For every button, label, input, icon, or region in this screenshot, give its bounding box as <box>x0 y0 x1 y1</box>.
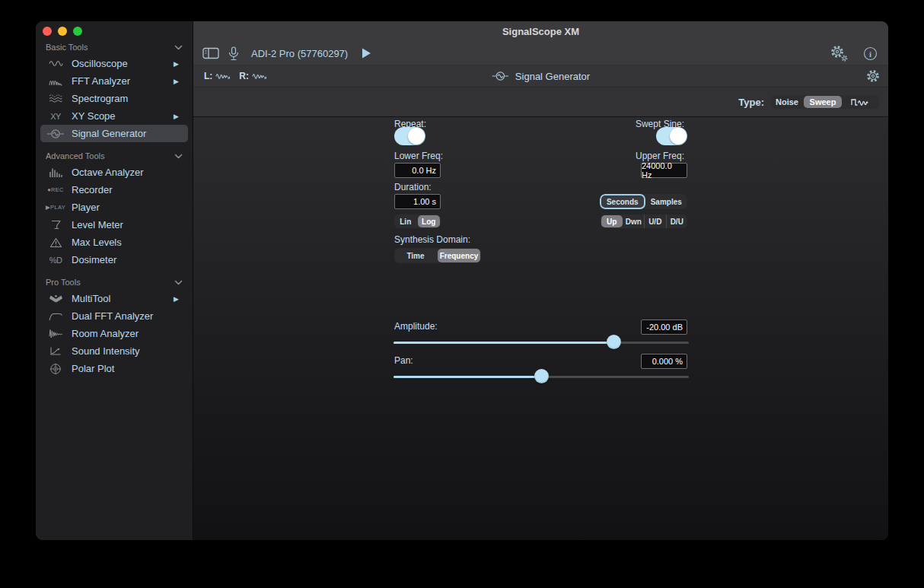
sidebar-item-multitool[interactable]: MultiTool ▶ <box>40 290 188 307</box>
signal-generator-icon <box>45 129 66 139</box>
sidebar-item-sound-intensity[interactable]: Sound Intensity <box>40 342 188 360</box>
sidebar-item-label: Octave Analyzer <box>72 167 183 178</box>
freq-scale-log[interactable]: Log <box>418 215 441 227</box>
duration-input[interactable]: 1.00 s <box>394 194 441 209</box>
room-analyzer-icon <box>45 329 66 338</box>
right-channel-waveform-icon[interactable] <box>252 72 268 81</box>
disclosure-arrow-icon[interactable]: ▶ <box>174 113 183 120</box>
left-channel-label: L: <box>204 71 212 81</box>
amplitude-slider-knob[interactable] <box>607 335 621 349</box>
sidebar-item-recorder[interactable]: ●REC Recorder <box>40 181 188 199</box>
microphone-icon[interactable] <box>228 46 239 61</box>
sidebar-item-label: Player <box>72 202 183 213</box>
pan-input[interactable]: 0.000 % <box>641 354 687 369</box>
sidebar-section-advanced-tools[interactable]: Advanced Tools <box>36 148 193 164</box>
upper-freq-input[interactable]: 24000.0 Hz <box>641 163 687 178</box>
sidebar-item-label: MultiTool <box>72 293 174 304</box>
app-window: Basic Tools Oscilloscope ▶ FFT Analyzer … <box>36 21 888 540</box>
main-toolbar: ADI-2 Pro (57760297) i <box>193 42 888 65</box>
signal-generator-panel: Repeat: Swept Sine: Lower Freq: 0.0 Hz U… <box>193 117 888 540</box>
type-segmented-control: Noise Sweep <box>771 95 879 109</box>
direction-down[interactable]: Dwn <box>623 215 645 228</box>
type-toolbar: Type: Noise Sweep <box>193 87 888 117</box>
sidebar-item-room-analyzer[interactable]: Room Analyzer <box>40 325 188 342</box>
amplitude-input[interactable]: -20.00 dB <box>641 319 687 335</box>
duration-label: Duration: <box>394 182 432 192</box>
synthesis-time[interactable]: Time <box>394 248 437 263</box>
square-sine-wave-icon[interactable] <box>843 95 879 109</box>
toggle-knob <box>670 128 687 145</box>
channel-toolbar: L: R: Signal Generator <box>193 65 888 87</box>
sidebar-item-player[interactable]: ▶PLAY Player <box>40 199 188 216</box>
sidebar-item-signal-generator[interactable]: Signal Generator <box>40 125 188 142</box>
amplitude-slider[interactable] <box>393 335 689 350</box>
repeat-toggle[interactable] <box>394 127 425 145</box>
close-window-button[interactable] <box>43 27 52 36</box>
minimize-window-button[interactable] <box>58 27 67 36</box>
main-area: SignalScope XM ADI-2 Pro (57760297) <box>193 21 888 540</box>
audio-device-selector[interactable]: ADI-2 Pro (57760297) <box>251 48 348 59</box>
sidebar-item-label: Max Levels <box>72 237 183 248</box>
sidebar-item-spectrogram[interactable]: Spectrogram <box>40 90 188 107</box>
synthesis-frequency[interactable]: Frequency <box>438 249 480 262</box>
info-icon[interactable]: i <box>863 46 878 61</box>
right-channel-label: R: <box>239 71 249 81</box>
type-option-noise[interactable]: Noise <box>771 95 803 109</box>
section-header-label: Basic Tools <box>46 43 88 52</box>
warning-triangle-icon <box>45 237 66 248</box>
fft-icon <box>45 76 66 86</box>
slider-fill <box>393 342 614 344</box>
play-button[interactable] <box>360 47 372 59</box>
pan-slider[interactable] <box>393 369 689 384</box>
level-meter-icon <box>45 220 66 230</box>
chevron-down-icon[interactable] <box>174 45 183 50</box>
disclosure-arrow-icon[interactable]: ▶ <box>174 78 183 85</box>
freq-scale-lin[interactable]: Lin <box>394 215 417 228</box>
sidebar-item-oscilloscope[interactable]: Oscilloscope ▶ <box>40 55 188 72</box>
sidebar-item-polar-plot[interactable]: Polar Plot <box>40 360 188 377</box>
section-header-label: Pro Tools <box>46 278 81 287</box>
window-controls <box>43 27 82 36</box>
direction-down-up[interactable]: D/U <box>666 215 688 228</box>
tool-settings-gear-icon[interactable] <box>865 68 881 84</box>
sidebar-item-xy-scope[interactable]: XY XY Scope ▶ <box>40 107 188 125</box>
sidebar-section-basic-tools[interactable]: Basic Tools <box>36 40 193 55</box>
dual-fft-icon <box>45 312 66 321</box>
sidebar-item-fft-analyzer[interactable]: FFT Analyzer ▶ <box>40 72 188 90</box>
sidebar-section-pro-tools[interactable]: Pro Tools <box>36 275 193 290</box>
sidebar-item-label: Recorder <box>72 184 183 195</box>
direction-up-down[interactable]: U/D <box>644 215 666 228</box>
lower-freq-label: Lower Freq: <box>394 151 443 161</box>
sidebar-item-dual-fft-analyzer[interactable]: Dual FFT Analyzer <box>40 307 188 325</box>
sidebar-item-max-levels[interactable]: Max Levels <box>40 234 188 251</box>
sidebar-toggle-icon[interactable] <box>202 47 219 59</box>
pan-slider-knob[interactable] <box>534 369 549 383</box>
duration-unit-segmented-control: Seconds Samples <box>600 194 687 209</box>
disclosure-arrow-icon[interactable]: ▶ <box>174 60 183 68</box>
tool-title: Signal Generator <box>515 71 590 82</box>
xy-icon: XY <box>45 112 66 121</box>
lower-freq-input[interactable]: 0.0 Hz <box>394 163 441 178</box>
duration-unit-seconds[interactable]: Seconds <box>600 194 645 209</box>
type-option-sweep[interactable]: Sweep <box>804 96 842 108</box>
sidebar-item-octave-analyzer[interactable]: Octave Analyzer <box>40 164 188 181</box>
zoom-window-button[interactable] <box>73 27 82 36</box>
chevron-down-icon[interactable] <box>174 154 183 159</box>
duration-unit-samples[interactable]: Samples <box>645 194 688 209</box>
window-title: SignalScope XM <box>502 26 579 37</box>
synthesis-domain-segmented-control: Time Frequency <box>394 248 481 263</box>
sidebar-item-level-meter[interactable]: Level Meter <box>40 216 188 234</box>
left-channel-waveform-icon[interactable] <box>215 72 231 81</box>
disclosure-arrow-icon[interactable]: ▶ <box>174 295 183 303</box>
sidebar-item-label: Room Analyzer <box>72 328 183 339</box>
settings-gears-icon[interactable] <box>829 44 849 62</box>
svg-text:i: i <box>869 49 871 58</box>
rec-icon: ●REC <box>45 186 66 193</box>
sidebar-item-dosimeter[interactable]: %D Dosimeter <box>40 251 188 269</box>
swept-sine-toggle[interactable] <box>656 127 687 145</box>
direction-up[interactable]: Up <box>601 215 623 227</box>
chevron-down-icon[interactable] <box>174 280 183 285</box>
sidebar-item-label: Sound Intensity <box>72 345 183 357</box>
polar-plot-icon <box>45 363 66 375</box>
sidebar-item-label: XY Scope <box>72 110 174 122</box>
